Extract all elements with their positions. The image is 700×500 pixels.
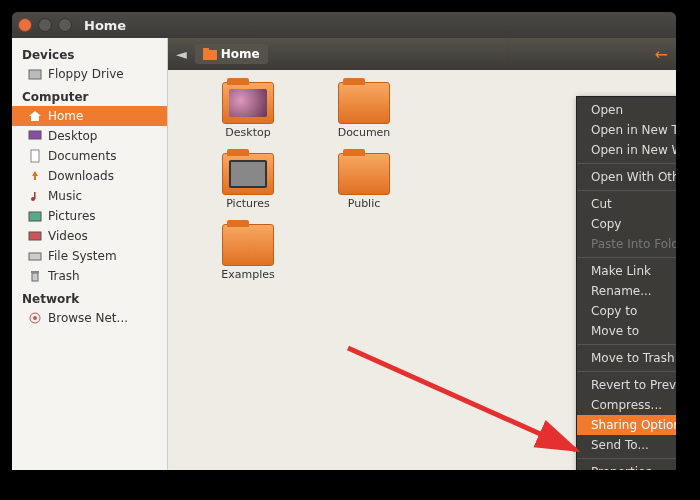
desktop-icon xyxy=(28,129,42,143)
sidebar-heading-network: Network xyxy=(12,286,167,308)
sidebar-item-trash[interactable]: Trash xyxy=(12,266,167,286)
main-pane: ◄ Home ← Desktop Documen xyxy=(168,38,676,470)
sidebar-item-label: Downloads xyxy=(48,169,114,183)
folder-examples[interactable]: Examples xyxy=(208,224,288,281)
sidebar-item-browse-network[interactable]: Browse Net... xyxy=(12,308,167,328)
svg-rect-2 xyxy=(29,131,41,139)
window-title: Home xyxy=(84,18,126,33)
pathbar: ◄ Home ← xyxy=(168,38,676,70)
folder-desktop[interactable]: Desktop xyxy=(208,82,288,139)
breadcrumb-label: Home xyxy=(221,47,260,61)
sidebar-item-label: Trash xyxy=(48,269,80,283)
network-icon xyxy=(28,311,42,325)
menu-sharing-options[interactable]: Sharing Options xyxy=(577,415,676,435)
folder-documents[interactable]: Documen xyxy=(324,82,404,139)
svg-rect-7 xyxy=(29,212,41,221)
menu-make-link[interactable]: Make Link xyxy=(577,261,676,281)
videos-icon xyxy=(28,229,42,243)
drive-icon xyxy=(28,67,42,81)
menu-compress[interactable]: Compress... xyxy=(577,395,676,415)
sidebar-item-label: Videos xyxy=(48,229,88,243)
sidebar-item-label: Browse Net... xyxy=(48,311,128,325)
file-manager-window: Home Devices Floppy Drive Computer Home … xyxy=(12,12,676,470)
folder-pictures[interactable]: Pictures xyxy=(208,153,288,210)
sidebar-item-label: Pictures xyxy=(48,209,96,223)
sidebar-heading-computer: Computer xyxy=(12,84,167,106)
svg-line-16 xyxy=(348,348,576,450)
menu-paste-into: Paste Into Folder xyxy=(577,234,676,254)
sidebar-item-label: File System xyxy=(48,249,117,263)
folder-public[interactable]: Public xyxy=(324,153,404,210)
menu-open-with[interactable]: Open With Other Application... xyxy=(577,167,676,187)
sidebar-item-videos[interactable]: Videos xyxy=(12,226,167,246)
documents-icon xyxy=(28,149,42,163)
sidebar-item-label: Home xyxy=(48,109,83,123)
menu-revert[interactable]: Revert to Previous Version... xyxy=(577,375,676,395)
client-area: Devices Floppy Drive Computer Home Deskt… xyxy=(12,38,676,470)
forward-icon[interactable]: ← xyxy=(655,45,668,64)
maximize-icon[interactable] xyxy=(58,18,72,32)
menu-separator xyxy=(577,257,676,258)
menu-move-to-trash[interactable]: Move to Trash xyxy=(577,348,676,368)
menu-open-new-tab[interactable]: Open in New Tab xyxy=(577,120,676,140)
downloads-icon xyxy=(28,169,42,183)
menu-separator xyxy=(577,163,676,164)
menu-separator xyxy=(577,344,676,345)
menu-send-to[interactable]: Send To... xyxy=(577,435,676,455)
folder-label: Examples xyxy=(221,268,274,281)
sidebar-item-label: Music xyxy=(48,189,82,203)
folder-label: Desktop xyxy=(225,126,270,139)
minimize-icon[interactable] xyxy=(38,18,52,32)
svg-rect-15 xyxy=(203,48,209,51)
menu-copy-to[interactable]: Copy to▶ xyxy=(577,301,676,321)
filesystem-icon xyxy=(28,249,42,263)
menu-separator xyxy=(577,458,676,459)
menu-open[interactable]: Open xyxy=(577,100,676,120)
context-menu: Open Open in New Tab Open in New Window … xyxy=(576,96,676,470)
menu-open-new-window[interactable]: Open in New Window xyxy=(577,140,676,160)
menu-properties[interactable]: Properties xyxy=(577,462,676,470)
sidebar-item-documents[interactable]: Documents xyxy=(12,146,167,166)
menu-cut[interactable]: Cut xyxy=(577,194,676,214)
svg-rect-6 xyxy=(34,192,36,199)
svg-marker-4 xyxy=(32,171,38,180)
svg-rect-14 xyxy=(203,50,217,60)
back-icon[interactable]: ◄ xyxy=(176,46,187,62)
pictures-icon xyxy=(28,209,42,223)
svg-rect-11 xyxy=(31,271,39,273)
sidebar-item-label: Floppy Drive xyxy=(48,67,124,81)
sidebar-item-label: Documents xyxy=(48,149,116,163)
folder-icon xyxy=(203,48,217,60)
close-icon[interactable] xyxy=(18,18,32,32)
menu-rename[interactable]: Rename... xyxy=(577,281,676,301)
sidebar-heading-devices: Devices xyxy=(12,42,167,64)
sidebar-item-filesystem[interactable]: File System xyxy=(12,246,167,266)
menu-copy[interactable]: Copy xyxy=(577,214,676,234)
sidebar-item-downloads[interactable]: Downloads xyxy=(12,166,167,186)
svg-point-13 xyxy=(33,316,37,320)
svg-rect-8 xyxy=(29,232,41,240)
sidebar-item-desktop[interactable]: Desktop xyxy=(12,126,167,146)
sidebar-item-music[interactable]: Music xyxy=(12,186,167,206)
annotation-arrow xyxy=(338,338,598,470)
sidebar-item-floppy[interactable]: Floppy Drive xyxy=(12,64,167,84)
svg-rect-0 xyxy=(29,70,41,79)
svg-rect-9 xyxy=(29,253,41,260)
svg-rect-10 xyxy=(32,273,38,281)
menu-move-to[interactable]: Move to▶ xyxy=(577,321,676,341)
sidebar: Devices Floppy Drive Computer Home Deskt… xyxy=(12,38,168,470)
folder-label: Public xyxy=(348,197,381,210)
svg-marker-1 xyxy=(29,111,41,121)
sidebar-item-home[interactable]: Home xyxy=(12,106,167,126)
trash-icon xyxy=(28,269,42,283)
folder-label: Documen xyxy=(338,126,391,139)
titlebar[interactable]: Home xyxy=(12,12,676,38)
menu-separator xyxy=(577,371,676,372)
sidebar-item-label: Desktop xyxy=(48,129,98,143)
sidebar-item-pictures[interactable]: Pictures xyxy=(12,206,167,226)
music-icon xyxy=(28,189,42,203)
breadcrumb[interactable]: Home xyxy=(195,44,268,64)
home-icon xyxy=(28,109,42,123)
menu-separator xyxy=(577,190,676,191)
folder-label: Pictures xyxy=(226,197,270,210)
